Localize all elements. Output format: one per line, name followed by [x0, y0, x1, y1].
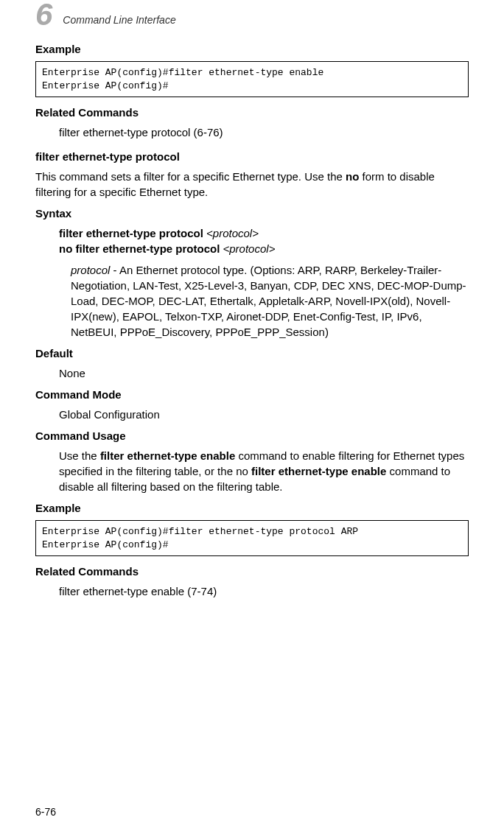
command-title: filter ethernet-type protocol: [35, 150, 469, 163]
related-commands-heading-2: Related Commands: [35, 565, 469, 578]
code-line: Enterprise AP(config)#filter ethernet-ty…: [42, 66, 462, 80]
syntax-line-2: no filter ethernet-type protocol <protoc…: [59, 241, 469, 256]
syntax-heading: Syntax: [35, 207, 469, 220]
example-heading-2: Example: [35, 502, 469, 514]
related-command-text-2: filter ethernet-type enable (7-74): [59, 583, 469, 599]
code-line: Enterprise AP(config)#filter ethernet-ty…: [42, 525, 462, 539]
mode-value: Global Configuration: [59, 407, 469, 422]
page-header: 6 Command Line Interface: [35, 7, 469, 32]
syntax-line-1: filter ethernet-type protocol <protocol>: [59, 225, 469, 241]
chapter-title: Command Line Interface: [63, 14, 175, 26]
mode-heading: Command Mode: [35, 388, 469, 401]
related-command-text: filter ethernet-type protocol (6-76): [59, 125, 469, 140]
usage-heading: Command Usage: [35, 429, 469, 442]
example-heading: Example: [35, 43, 469, 55]
code-line: Enterprise AP(config)#: [42, 80, 462, 93]
default-value: None: [59, 365, 469, 381]
usage-text: Use the filter ethernet-type enable comm…: [59, 448, 469, 494]
code-line: Enterprise AP(config)#: [42, 539, 462, 552]
page-number: 6-76: [35, 806, 56, 818]
default-heading: Default: [35, 347, 469, 360]
code-example-2: Enterprise AP(config)#filter ethernet-ty…: [35, 520, 469, 556]
code-example-1: Enterprise AP(config)#filter ethernet-ty…: [35, 61, 469, 97]
command-description: This command sets a filter for a specifi…: [35, 169, 469, 200]
related-commands-heading: Related Commands: [35, 106, 469, 119]
chapter-number: 6: [35, 0, 52, 32]
parameter-description: protocol - An Ethernet protocol type. (O…: [71, 262, 469, 340]
